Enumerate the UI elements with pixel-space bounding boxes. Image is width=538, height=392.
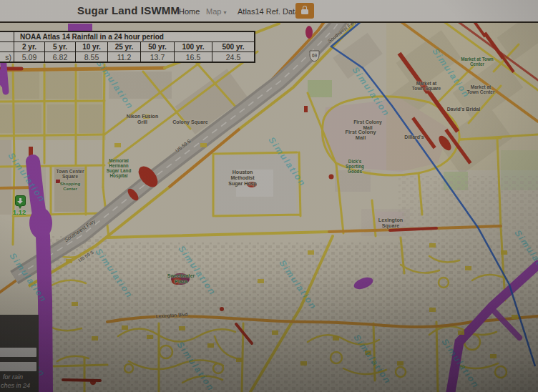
- map-label-colony-square: Colony Square: [172, 119, 207, 125]
- col-100yr: 100 yr.: [175, 42, 212, 52]
- map-label-nikon-fusion-grill: Nikon FusionGrill: [127, 114, 158, 125]
- col-10yr: 10 yr.: [76, 42, 108, 52]
- lock-icon: [301, 9, 308, 14]
- col-2yr: 2 yr.: [14, 42, 45, 52]
- app-header: Sugar Land ISWMM Home Map▾ Atlas14 Ref. …: [0, 0, 538, 21]
- app-title: Sugar Land ISWMM: [77, 4, 180, 16]
- nav-map-dropdown[interactable]: Map▾: [206, 7, 226, 16]
- download-arrow-icon: [19, 198, 21, 201]
- row-label-fragment: s): [0, 52, 14, 62]
- map-label-market-at-town-center-poi: Market at TownCenter: [461, 57, 493, 67]
- map-label-houston-methodist: HoustonMethodistSugar Hosp: [228, 170, 256, 186]
- marker-value-label: 1.12: [10, 208, 29, 216]
- map-label-dillards: Dillard's: [404, 134, 424, 140]
- val-5yr: 6.82: [45, 52, 76, 62]
- map-label-market-at-town-square: Market atTown Square: [412, 81, 441, 92]
- col-25yr: 25 yr.: [108, 42, 141, 52]
- col-500yr: 500 yr.: [212, 42, 255, 52]
- nav-home[interactable]: Home: [179, 7, 200, 16]
- panel-caption-line1: for rain: [3, 373, 23, 381]
- map-label-town-center-square: Town CenterSquare: [57, 169, 84, 180]
- map-label-shopping-center: ShoppingCenter: [60, 182, 81, 192]
- rainfall-table: NOAA Atlas 14 Rainfall in a 24 hour peri…: [0, 31, 255, 62]
- table-corner-cell: [0, 32, 14, 42]
- val-10yr: 8.55: [76, 52, 108, 62]
- val-2yr: 5.09: [14, 52, 45, 62]
- map-label-sweetwater-plaza: SweetwaterPlaza: [167, 273, 195, 285]
- table-values-row: s) 5.09 6.82 8.55 11.2 13.7 16.5 24.5: [0, 52, 255, 62]
- col-5yr: 5 yr.: [45, 42, 76, 52]
- map-label-memorial-hermann-hospital: MemorialHermannSugar LandHospital: [107, 158, 132, 178]
- table-header-row: 2 yr. 5 yr. 10 yr. 25 yr. 50 yr. 100 yr.…: [0, 42, 255, 52]
- map-label-lexington-square: LexingtonSquare: [378, 217, 403, 229]
- panel-field-1[interactable]: [0, 348, 36, 357]
- val-500yr: 24.5: [212, 52, 255, 62]
- chevron-down-icon: ▾: [223, 9, 226, 16]
- panel-caption-line2: ches in 24: [1, 382, 30, 389]
- table-title: NOAA Atlas 14 Rainfall in a 24 hour peri…: [14, 32, 255, 42]
- val-50yr: 13.7: [141, 52, 175, 62]
- col-50yr: 50 yr.: [141, 42, 175, 52]
- map-label-davids-bridal: David's Bridal: [447, 107, 480, 112]
- lock-button[interactable]: [295, 3, 314, 19]
- highway-shield: 69: [310, 51, 319, 62]
- header-divider: [0, 21, 538, 23]
- nav-map-label: Map: [206, 7, 221, 16]
- simulation-panel: for rain ches in 24: [0, 315, 39, 392]
- map-label-first-colony-mall-2: First ColonyMall: [345, 129, 376, 142]
- table-header-empty: [0, 42, 14, 52]
- val-25yr: 11.2: [108, 52, 141, 62]
- nav-atlas14-ref-data[interactable]: Atlas14 Ref. Data: [238, 7, 299, 16]
- map-marker-pin[interactable]: [15, 195, 26, 206]
- val-100yr: 16.5: [175, 52, 212, 62]
- map-label-dicks-sporting-goods: Dick'sSportingGoods: [346, 159, 364, 174]
- svg-text:69: 69: [312, 53, 318, 58]
- panel-field-2[interactable]: [0, 362, 36, 371]
